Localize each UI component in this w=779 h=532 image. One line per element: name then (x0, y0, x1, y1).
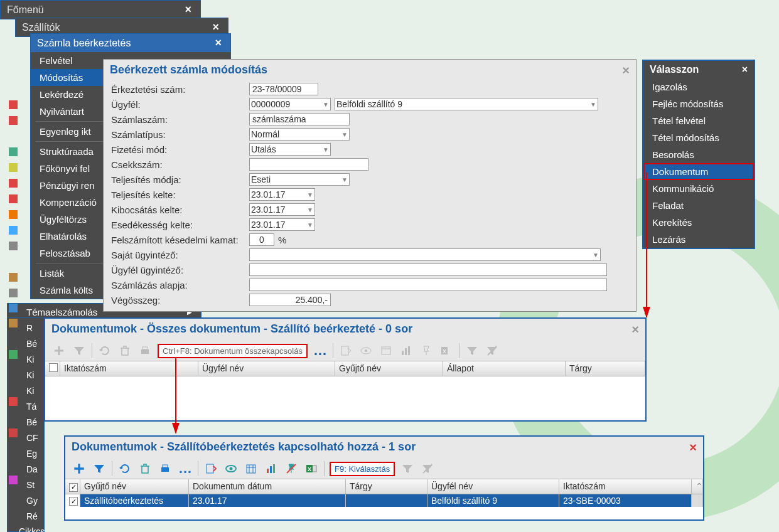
more-icon[interactable]: … (178, 461, 193, 476)
client-code-select[interactable]: 00000009▼ (249, 98, 331, 110)
filter2-icon[interactable] (400, 461, 415, 476)
choose-item[interactable]: Lezárás (643, 231, 754, 248)
col-header[interactable]: Gyűjtő név (335, 361, 443, 376)
client-name-select[interactable]: Belföldi szállító 9▼ (335, 98, 598, 110)
interest-field[interactable]: 0 (249, 233, 274, 246)
refresh-icon[interactable] (117, 461, 132, 476)
icon (9, 226, 18, 235)
list-item[interactable]: Ré (26, 509, 44, 524)
close-icon[interactable]: × (182, 3, 194, 16)
pin-icon[interactable] (419, 343, 434, 358)
due-date-field[interactable]: 23.01.17▼ (249, 218, 315, 231)
list-item[interactable]: Ki (26, 352, 44, 368)
col-header[interactable]: Állapot (443, 361, 566, 376)
icon (9, 334, 18, 343)
payment-mode-select[interactable]: Utalás▼ (249, 143, 331, 156)
eye-icon[interactable] (223, 461, 239, 476)
scroll-up-icon[interactable]: ⌃ (692, 479, 703, 494)
delete-icon[interactable] (117, 343, 132, 358)
total-field[interactable]: 25.400,- (249, 294, 331, 306)
billing-basis-field[interactable] (249, 279, 607, 291)
fulfillment-mode-select[interactable]: Eseti▼ (249, 173, 350, 186)
choose-item[interactable]: Tétel felvétel (643, 112, 754, 129)
icon (9, 413, 18, 422)
filter-icon[interactable] (92, 461, 107, 476)
icon (9, 147, 18, 156)
close-icon[interactable]: × (212, 36, 224, 50)
list-item[interactable]: R (26, 321, 44, 336)
list-item[interactable]: Ki (26, 368, 44, 383)
export-icon[interactable] (203, 461, 218, 476)
own-agent-select[interactable]: ▼ (249, 248, 601, 261)
invoice-number-field[interactable]: számlaszáma (249, 113, 350, 125)
col-header[interactable]: Tárgy (566, 361, 645, 376)
add-icon[interactable] (51, 343, 67, 358)
col-header[interactable]: Tárgy (346, 479, 427, 494)
link-tooltip: Ctrl+F8: Dokumentum összekapcsolás (158, 344, 308, 358)
choose-item[interactable]: Kommunikáció (643, 180, 754, 197)
chart-icon[interactable] (399, 343, 414, 358)
filter-off-icon[interactable] (420, 461, 435, 476)
list-item[interactable]: Da (26, 462, 44, 477)
close-icon[interactable]: × (210, 21, 222, 34)
choose-item[interactable]: Kerekítés (643, 214, 754, 231)
col-header[interactable]: Iktatószám (60, 361, 198, 376)
col-header[interactable]: Ügyfél név (427, 479, 559, 494)
close-icon[interactable]: × (689, 440, 697, 455)
list-item[interactable]: Tá (26, 399, 44, 415)
invoice-type-select[interactable]: Normál▼ (249, 128, 350, 141)
select-all-checkbox[interactable] (49, 363, 58, 372)
fulfillment-date-field[interactable]: 23.01.17▼ (249, 188, 315, 201)
col-header[interactable]: Iktatószám (559, 479, 692, 494)
list-item[interactable]: St (26, 477, 44, 493)
filter2-icon[interactable] (465, 343, 480, 358)
close-icon[interactable]: × (742, 64, 748, 75)
delete-icon[interactable] (137, 461, 153, 476)
filter-off-icon[interactable] (485, 343, 500, 358)
issue-date-field[interactable]: 23.01.17▼ (249, 203, 315, 216)
choose-item-dokumentum[interactable]: Dokumentum (643, 163, 754, 180)
chevron-down-icon: ▼ (341, 176, 348, 183)
row-checkbox[interactable]: ✓ (69, 497, 78, 506)
reg-number-field[interactable]: 23-78/00009 (249, 83, 318, 95)
list-item[interactable]: Bé (26, 415, 44, 430)
close-icon[interactable]: × (622, 63, 630, 78)
close-icon[interactable]: × (631, 322, 639, 337)
col-header[interactable]: Gyűjtő név (80, 479, 189, 494)
icon (9, 163, 18, 172)
col-header[interactable]: Dokumentum dátum (189, 479, 346, 494)
icon (9, 242, 18, 250)
col-header[interactable]: Ügyfél név (198, 361, 335, 376)
print-icon[interactable] (158, 461, 173, 476)
docs2-title: Dokumentumok - Szállítóbeérkeztetés kapc… (72, 440, 416, 455)
excel-icon[interactable]: X (439, 343, 454, 358)
export-icon[interactable] (338, 343, 353, 358)
label: Felszámított késedelmi kamat: (111, 235, 249, 245)
client-agent-field[interactable] (249, 263, 607, 276)
pin-icon[interactable] (284, 461, 299, 476)
choose-item[interactable]: Tétel módosítás (643, 129, 754, 146)
print-icon[interactable] (137, 343, 153, 358)
choose-item[interactable]: Fejléc módosítás (643, 95, 754, 112)
list-item[interactable]: Eg (26, 446, 44, 462)
choose-item[interactable]: Feladat (643, 197, 754, 214)
more-icon[interactable]: … (313, 343, 328, 358)
window-icon[interactable] (379, 343, 394, 358)
refresh-icon[interactable] (97, 343, 112, 358)
list-item[interactable]: CF (26, 430, 44, 446)
list-item[interactable]: Ki (26, 383, 44, 399)
filter-icon[interactable] (72, 343, 87, 358)
table-row[interactable]: ✓ Szállítóbeérkeztetés 23.01.17 Belföldi… (65, 494, 703, 508)
list-item[interactable]: Bé (26, 336, 44, 352)
calendar-icon[interactable] (244, 461, 259, 476)
select-all-checkbox[interactable]: ✓ (69, 483, 78, 492)
eye-icon[interactable] (358, 343, 373, 358)
add-icon[interactable] (72, 461, 87, 476)
choose-item[interactable]: Igazolás (643, 78, 754, 95)
excel-icon[interactable]: X (304, 461, 319, 476)
chart-icon[interactable] (264, 461, 279, 476)
check-number-field[interactable] (249, 158, 368, 171)
list-item[interactable]: Gy (26, 493, 44, 509)
choose-item[interactable]: Besorolás (643, 146, 754, 163)
list-item[interactable]: Cikkcs (19, 526, 45, 532)
